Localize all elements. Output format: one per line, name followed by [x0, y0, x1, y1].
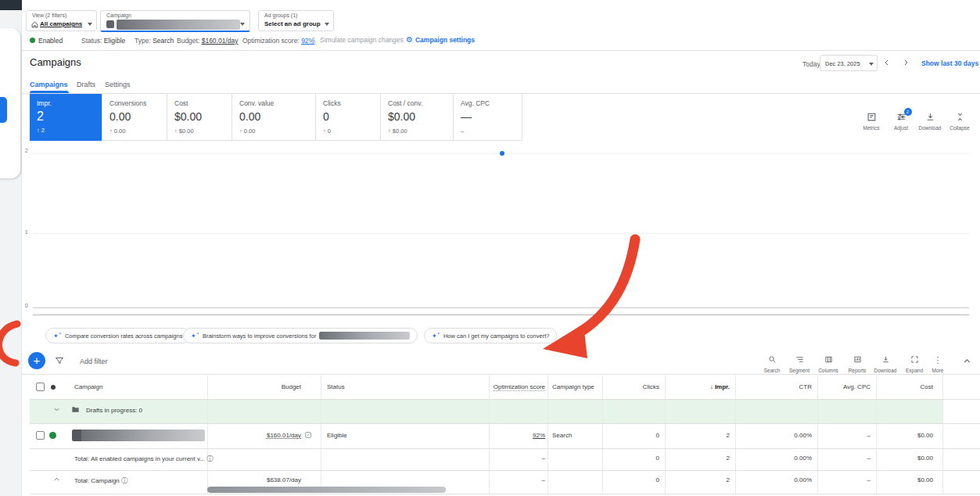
cell-avg-cpc: – [867, 432, 871, 439]
tab-campaigns[interactable]: Campaigns [30, 81, 68, 88]
campaign-settings-button[interactable]: ⚙Campaign settings [406, 35, 475, 44]
reports-label: Reports [845, 368, 869, 373]
total-chevron-up-icon[interactable] [52, 475, 61, 483]
scorecard-conv-value[interactable]: Conv. value 0.00 ↑ 0.00 [232, 94, 316, 141]
drafts-row-label: Drafts in progress: 0 [86, 407, 142, 414]
select-all-checkbox[interactable] [36, 383, 45, 391]
campaign-selector-dropdown[interactable]: Campaign [100, 10, 250, 32]
scorecard-conversions[interactable]: Conversions 0.00 ↑ 0.00 [102, 94, 167, 141]
chart-download-button[interactable]: Download [916, 110, 944, 131]
sparkle-icon: ✦✦ [432, 332, 440, 340]
col-sep [207, 374, 208, 494]
header-clicks[interactable]: Clicks [643, 383, 659, 390]
optimization-score-field[interactable]: Optimization score: 92% [242, 37, 314, 45]
table-segment-button[interactable]: Segment [788, 352, 811, 373]
table-search-button[interactable]: Search [760, 352, 784, 373]
scorecard-avg-cpc[interactable]: Avg. CPC — – [454, 94, 522, 141]
horizontal-scrollbar-thumb[interactable] [207, 487, 446, 493]
drafts-row[interactable] [30, 400, 942, 423]
date-picker[interactable]: Dec 23, 2025 [820, 55, 878, 71]
total-enabled-impr: 2 [727, 455, 730, 462]
google-ads-campaigns-screen: View (2 filters) All campaigns Campaign … [0, 0, 980, 496]
table-columns-button[interactable]: Columns [817, 352, 840, 373]
simulate-changes-button[interactable]: Simulate campaign changes [310, 36, 404, 45]
header-cost[interactable]: Cost [921, 383, 933, 390]
table-reports-button[interactable]: Reports [845, 352, 869, 373]
scorecard-label: Impr. [37, 99, 102, 107]
budget-value[interactable]: $160.01/day [202, 37, 239, 45]
metrics-button[interactable]: Metrics [857, 110, 885, 131]
header-impr-sorted[interactable]: ↓ Impr. [710, 383, 730, 390]
ai-chip-label: Compare conversion rates across campaign… [65, 332, 182, 340]
ai-chip-compare-conversion-rates[interactable]: ✦✦ Compare conversion rates across campa… [45, 328, 190, 343]
search-label: Search [760, 368, 784, 373]
table-more-button[interactable]: ⋮ More [926, 352, 949, 373]
view-filter-value[interactable]: All campaigns [40, 20, 82, 27]
budget-field[interactable]: Budget: $160.01/day [177, 37, 238, 45]
table-expand-button[interactable]: Expand [903, 352, 926, 373]
header-ctr[interactable]: CTR [799, 383, 812, 390]
collapse-chart-button[interactable]: Collapse [946, 110, 974, 131]
collapse-table-chevron-icon[interactable] [962, 356, 972, 366]
total-enabled-divider [30, 470, 980, 471]
scorecard-cost-per-conv[interactable]: Cost / conv. $0.00 ↑ $0.00 [381, 94, 454, 141]
ad-group-selector-dropdown[interactable]: Ad groups (1) Select an ad group [258, 10, 334, 31]
expand-icon [910, 355, 919, 364]
reports-icon [853, 355, 862, 364]
table-download-button[interactable]: Download [874, 352, 897, 373]
header-opt-score[interactable]: Optimization score [494, 383, 545, 391]
chart-data-point[interactable] [500, 151, 504, 156]
campaign-name-redacted [117, 20, 240, 30]
scorecard-cost[interactable]: Cost $0.00 ↑ $0.00 [167, 94, 232, 141]
download-label: Download [916, 125, 944, 131]
gear-icon: ⚙ [406, 35, 413, 44]
header-avg-cpc[interactable]: Avg. CPC [843, 383, 871, 390]
total-campaign-text: Total: Campaign [74, 477, 120, 484]
header-campaign[interactable]: Campaign [74, 383, 102, 390]
search-icon [768, 355, 777, 364]
date-picker-caret-icon [869, 63, 874, 66]
tab-settings[interactable]: Settings [105, 81, 131, 88]
info-icon[interactable]: ⓘ [206, 455, 213, 462]
show-last-30-days-link[interactable]: Show last 30 days [921, 59, 978, 67]
adjust-badge: 2 [904, 108, 912, 116]
ai-chip-how-to-convert[interactable]: ✦✦ How can I get my campaigns to convert… [424, 328, 557, 343]
scorecard-label: Cost [174, 99, 232, 107]
left-nav-active-pill[interactable] [0, 97, 7, 123]
campaign-name-redacted-cell[interactable] [81, 430, 205, 441]
row-checkbox[interactable] [36, 431, 45, 440]
drafts-chevron-down-icon[interactable] [52, 405, 61, 414]
chart-gridline-mid [33, 233, 969, 234]
add-filter-button[interactable]: Add filter [80, 358, 108, 365]
status-field: Status: Eligible [81, 37, 125, 45]
enabled-status[interactable]: Enabled [30, 37, 63, 45]
adjust-button[interactable]: 2 Adjust [887, 110, 915, 131]
date-prev-button[interactable] [882, 58, 892, 67]
scorecard-delta: ↑ 2 [37, 127, 102, 134]
add-campaign-button[interactable]: + [28, 352, 45, 369]
cell-opt-score[interactable]: 92% [533, 432, 545, 439]
scorecard-label: Avg. CPC [461, 99, 522, 107]
info-icon[interactable]: ⓘ [121, 477, 127, 484]
status-value: Eligible [104, 37, 125, 45]
adjust-sliders-icon: 2 [896, 112, 906, 122]
edit-budget-icon[interactable] [304, 431, 312, 439]
filter-funnel-icon[interactable] [55, 356, 64, 365]
header-campaign-type[interactable]: Campaign type [552, 383, 594, 390]
cell-budget[interactable]: $160.01/day [267, 432, 301, 439]
date-next-button[interactable] [901, 58, 910, 67]
header-divider [22, 50, 980, 51]
scorecard-clicks[interactable]: Clicks 0 ↑ 0 [316, 94, 381, 141]
col-sep [942, 374, 943, 494]
scorecard-impressions-selected[interactable]: Impr. 2 ↑ 2 [30, 94, 102, 141]
campaign-row-type-icon [72, 430, 81, 441]
col-sep [602, 374, 603, 494]
header-status[interactable]: Status [327, 383, 345, 390]
cell-cost: $0.00 [917, 432, 933, 439]
sparkle-icon: ✦✦ [53, 332, 62, 340]
view-filter-dropdown[interactable]: View (2 filters) All campaigns [26, 10, 97, 31]
row-status-enabled-dot[interactable] [49, 432, 56, 439]
header-budget[interactable]: Budget [282, 383, 301, 390]
tab-drafts[interactable]: Drafts [77, 81, 95, 88]
ai-chip-brainstorm-ways[interactable]: ✦✦ Brainstorm ways to improve conversion… [183, 328, 418, 343]
